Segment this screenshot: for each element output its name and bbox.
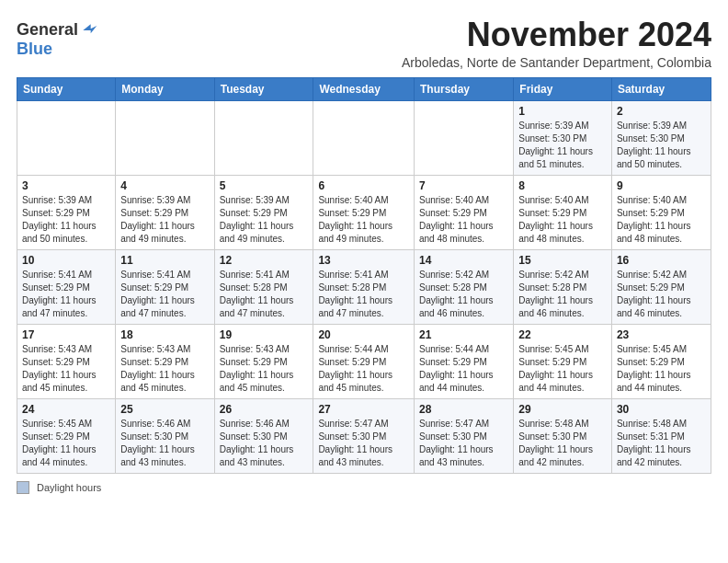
calendar-cell: 30Sunrise: 5:48 AM Sunset: 5:31 PM Dayli… <box>611 398 711 473</box>
day-number: 22 <box>518 328 607 341</box>
calendar-cell <box>17 100 116 175</box>
weekday-header-saturday: Saturday <box>611 77 711 100</box>
day-number: 21 <box>419 328 508 341</box>
calendar-cell: 7Sunrise: 5:40 AM Sunset: 5:29 PM Daylig… <box>414 175 513 249</box>
week-row-4: 24Sunrise: 5:45 AM Sunset: 5:29 PM Dayli… <box>17 398 711 473</box>
day-info: Sunrise: 5:48 AM Sunset: 5:30 PM Dayligh… <box>518 418 607 469</box>
weekday-header-sunday: Sunday <box>17 77 116 100</box>
day-number: 14 <box>419 254 508 267</box>
day-info: Sunrise: 5:39 AM Sunset: 5:29 PM Dayligh… <box>120 194 209 246</box>
weekday-header-friday: Friday <box>514 77 612 100</box>
calendar-table: SundayMondayTuesdayWednesdayThursdayFrid… <box>17 77 711 474</box>
day-number: 26 <box>220 403 309 416</box>
calendar-cell: 3Sunrise: 5:39 AM Sunset: 5:29 PM Daylig… <box>17 175 116 249</box>
calendar-cell: 13Sunrise: 5:41 AM Sunset: 5:28 PM Dayli… <box>313 249 415 324</box>
day-number: 29 <box>518 403 607 416</box>
day-number: 10 <box>22 254 110 267</box>
calendar-cell: 16Sunrise: 5:42 AM Sunset: 5:29 PM Dayli… <box>611 249 711 324</box>
day-number: 27 <box>318 403 409 416</box>
day-number: 15 <box>518 254 607 267</box>
day-number: 5 <box>220 179 309 192</box>
day-info: Sunrise: 5:42 AM Sunset: 5:28 PM Dayligh… <box>419 269 508 320</box>
weekday-row: SundayMondayTuesdayWednesdayThursdayFrid… <box>17 77 711 100</box>
week-row-2: 10Sunrise: 5:41 AM Sunset: 5:29 PM Dayli… <box>17 249 711 324</box>
day-info: Sunrise: 5:47 AM Sunset: 5:30 PM Dayligh… <box>419 418 508 469</box>
logo-bird-icon <box>80 21 98 40</box>
week-row-1: 3Sunrise: 5:39 AM Sunset: 5:29 PM Daylig… <box>17 175 711 249</box>
page: General Blue November 2024 Arboledas, No… <box>0 0 728 503</box>
calendar-cell: 26Sunrise: 5:46 AM Sunset: 5:30 PM Dayli… <box>214 398 313 473</box>
calendar-cell: 11Sunrise: 5:41 AM Sunset: 5:29 PM Dayli… <box>116 249 214 324</box>
weekday-header-tuesday: Tuesday <box>214 77 313 100</box>
day-info: Sunrise: 5:43 AM Sunset: 5:29 PM Dayligh… <box>220 343 309 395</box>
calendar-cell: 2Sunrise: 5:39 AM Sunset: 5:30 PM Daylig… <box>611 100 711 175</box>
day-number: 12 <box>220 254 309 267</box>
calendar-cell: 4Sunrise: 5:39 AM Sunset: 5:29 PM Daylig… <box>116 175 214 249</box>
calendar-cell: 10Sunrise: 5:41 AM Sunset: 5:29 PM Dayli… <box>17 249 116 324</box>
calendar-cell: 6Sunrise: 5:40 AM Sunset: 5:29 PM Daylig… <box>313 175 415 249</box>
calendar-cell: 9Sunrise: 5:40 AM Sunset: 5:29 PM Daylig… <box>611 175 711 249</box>
day-number: 28 <box>419 403 508 416</box>
day-info: Sunrise: 5:42 AM Sunset: 5:29 PM Dayligh… <box>617 269 706 320</box>
calendar-cell: 29Sunrise: 5:48 AM Sunset: 5:30 PM Dayli… <box>514 398 612 473</box>
calendar-cell: 22Sunrise: 5:45 AM Sunset: 5:29 PM Dayli… <box>514 324 612 398</box>
day-info: Sunrise: 5:44 AM Sunset: 5:29 PM Dayligh… <box>318 343 409 395</box>
calendar-cell: 17Sunrise: 5:43 AM Sunset: 5:29 PM Dayli… <box>17 324 116 398</box>
calendar-cell: 5Sunrise: 5:39 AM Sunset: 5:29 PM Daylig… <box>214 175 313 249</box>
legend-color-box <box>17 481 29 494</box>
weekday-header-wednesday: Wednesday <box>313 77 415 100</box>
day-info: Sunrise: 5:46 AM Sunset: 5:30 PM Dayligh… <box>220 418 309 469</box>
weekday-header-thursday: Thursday <box>414 77 513 100</box>
day-number: 18 <box>120 328 209 341</box>
day-number: 11 <box>120 254 209 267</box>
day-number: 23 <box>617 328 706 341</box>
day-info: Sunrise: 5:45 AM Sunset: 5:29 PM Dayligh… <box>617 343 706 395</box>
day-info: Sunrise: 5:40 AM Sunset: 5:29 PM Dayligh… <box>318 194 409 246</box>
day-number: 3 <box>22 179 110 192</box>
calendar-cell: 21Sunrise: 5:44 AM Sunset: 5:29 PM Dayli… <box>414 324 513 398</box>
day-info: Sunrise: 5:48 AM Sunset: 5:31 PM Dayligh… <box>617 418 706 469</box>
subtitle: Arboledas, Norte de Santander Department… <box>402 55 711 70</box>
calendar-cell: 24Sunrise: 5:45 AM Sunset: 5:29 PM Dayli… <box>17 398 116 473</box>
day-number: 6 <box>318 179 409 192</box>
calendar-cell <box>214 100 313 175</box>
calendar-cell: 20Sunrise: 5:44 AM Sunset: 5:29 PM Dayli… <box>313 324 415 398</box>
day-number: 13 <box>318 254 409 267</box>
logo-general-text: General <box>17 20 78 40</box>
calendar-cell: 25Sunrise: 5:46 AM Sunset: 5:30 PM Dayli… <box>116 398 214 473</box>
day-info: Sunrise: 5:41 AM Sunset: 5:29 PM Dayligh… <box>22 269 110 320</box>
day-info: Sunrise: 5:41 AM Sunset: 5:28 PM Dayligh… <box>220 269 309 320</box>
day-number: 8 <box>518 179 607 192</box>
day-number: 19 <box>220 328 309 341</box>
day-info: Sunrise: 5:46 AM Sunset: 5:30 PM Dayligh… <box>120 418 209 469</box>
day-number: 30 <box>617 403 706 416</box>
calendar-body: 1Sunrise: 5:39 AM Sunset: 5:30 PM Daylig… <box>17 100 711 473</box>
header: General Blue November 2024 Arboledas, No… <box>17 17 711 70</box>
day-info: Sunrise: 5:39 AM Sunset: 5:30 PM Dayligh… <box>617 120 706 171</box>
week-row-0: 1Sunrise: 5:39 AM Sunset: 5:30 PM Daylig… <box>17 100 711 175</box>
day-info: Sunrise: 5:40 AM Sunset: 5:29 PM Dayligh… <box>518 194 607 246</box>
calendar-cell: 14Sunrise: 5:42 AM Sunset: 5:28 PM Dayli… <box>414 249 513 324</box>
day-number: 2 <box>617 105 706 118</box>
day-info: Sunrise: 5:40 AM Sunset: 5:29 PM Dayligh… <box>617 194 706 246</box>
title-block: November 2024 Arboledas, Norte de Santan… <box>402 17 711 70</box>
svg-marker-0 <box>83 24 97 33</box>
calendar-cell: 1Sunrise: 5:39 AM Sunset: 5:30 PM Daylig… <box>514 100 612 175</box>
day-info: Sunrise: 5:41 AM Sunset: 5:29 PM Dayligh… <box>120 269 209 320</box>
day-info: Sunrise: 5:43 AM Sunset: 5:29 PM Dayligh… <box>120 343 209 395</box>
day-info: Sunrise: 5:39 AM Sunset: 5:29 PM Dayligh… <box>22 194 110 246</box>
logo-blue-text: Blue <box>17 40 52 59</box>
legend-label: Daylight hours <box>37 482 101 493</box>
month-title: November 2024 <box>402 17 711 53</box>
day-number: 25 <box>120 403 209 416</box>
day-info: Sunrise: 5:41 AM Sunset: 5:28 PM Dayligh… <box>318 269 409 320</box>
calendar-cell: 18Sunrise: 5:43 AM Sunset: 5:29 PM Dayli… <box>116 324 214 398</box>
day-number: 16 <box>617 254 706 267</box>
day-number: 9 <box>617 179 706 192</box>
footer-legend: Daylight hours <box>17 481 711 494</box>
weekday-header-monday: Monday <box>116 77 214 100</box>
day-info: Sunrise: 5:43 AM Sunset: 5:29 PM Dayligh… <box>22 343 110 395</box>
day-number: 24 <box>22 403 110 416</box>
day-number: 4 <box>120 179 209 192</box>
calendar-header: SundayMondayTuesdayWednesdayThursdayFrid… <box>17 77 711 100</box>
